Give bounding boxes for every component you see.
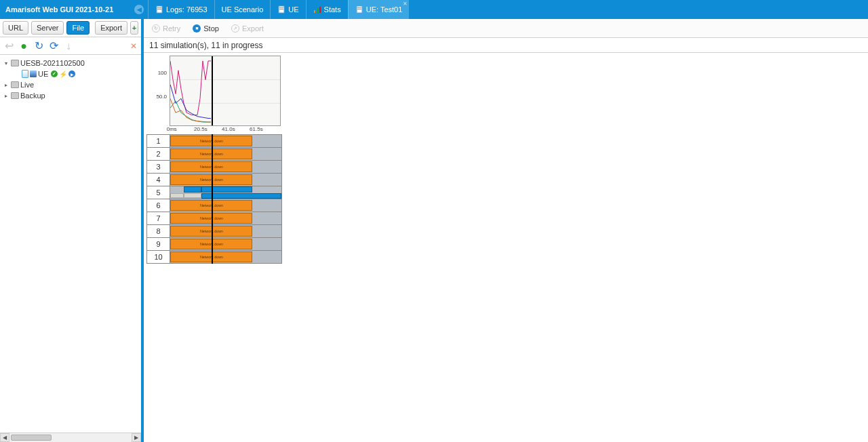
grey-segment — [184, 193, 201, 198]
stop-button[interactable]: ■ Stop — [189, 22, 223, 35]
chart-block: 100 50.0 0ms20.5s41.0s61.5s — [146, 56, 282, 134]
tab-label: Stats — [324, 5, 341, 14]
folder-icon — [11, 60, 19, 66]
tree-node-label: Live — [20, 81, 34, 89]
row-timeline[interactable]: Network down — [170, 238, 282, 251]
expand-arrow-icon[interactable]: ▸ — [3, 93, 9, 99]
row-cursor[interactable] — [212, 173, 213, 186]
table-row[interactable]: 1Network down — [147, 135, 282, 148]
left-sub-toolbar: URL Server File Export + — [0, 19, 141, 37]
row-timeline[interactable]: Network down — [170, 199, 282, 212]
export-button[interactable]: Export — [95, 21, 127, 35]
down-icon[interactable]: ↓ — [64, 41, 73, 51]
scroll-right-icon[interactable]: ▶ — [132, 433, 141, 442]
chart-x-axis: 0ms20.5s41.0s61.5s — [170, 126, 281, 134]
file-icon — [277, 5, 285, 14]
row-cursor[interactable] — [212, 224, 213, 238]
table-row[interactable]: 5 — [147, 186, 282, 199]
svg-rect-6 — [314, 10, 315, 13]
row-cursor[interactable] — [212, 134, 213, 148]
main-toolbar: ↻ Retry ■ Stop ↗ Export — [144, 19, 868, 38]
table-row[interactable]: 3Network down — [147, 161, 282, 174]
close-icon[interactable]: ✕ — [403, 1, 408, 7]
tree-root-label: UESB-2021102500 — [20, 59, 85, 67]
row-timeline[interactable]: Network down — [170, 251, 282, 264]
play-icon[interactable]: ▶ — [68, 71, 75, 77]
left-pane: URL Server File Export + ↩ ● ↻ ⟳ ↓ ✕ ▾ U… — [0, 19, 144, 442]
chart-plot[interactable] — [170, 56, 281, 126]
table-row[interactable]: 6Network down — [147, 199, 282, 212]
row-timeline[interactable]: Network down — [170, 161, 282, 174]
row-index: 10 — [147, 251, 170, 264]
scroll-thumb[interactable] — [11, 435, 52, 441]
row-timeline[interactable]: Network down — [170, 212, 282, 225]
tab-logs-76953[interactable]: Logs: 76953 — [148, 0, 214, 19]
tree-node-live[interactable]: ▸ Live — [0, 79, 141, 90]
table-row[interactable]: 7Network down — [147, 212, 282, 225]
svg-rect-7 — [317, 8, 318, 13]
row-cursor[interactable] — [212, 160, 213, 174]
row-cursor[interactable] — [212, 199, 213, 212]
row-cursor[interactable] — [212, 186, 213, 199]
table-row[interactable]: 4Network down — [147, 174, 282, 186]
url-button[interactable]: URL — [3, 21, 28, 35]
left-hscrollbar[interactable]: ◀ ▶ — [0, 433, 141, 442]
play-all-icon[interactable]: ● — [19, 41, 28, 51]
scroll-left-icon[interactable]: ◀ — [0, 433, 9, 442]
svg-rect-5 — [279, 9, 283, 9]
svg-rect-4 — [279, 7, 283, 8]
tab-label: UE Scenario — [222, 5, 264, 14]
blue-segment — [201, 186, 252, 193]
table-row[interactable]: 2Network down — [147, 148, 282, 161]
close-left-icon[interactable]: ✕ — [130, 41, 137, 51]
row-cursor[interactable] — [212, 250, 213, 264]
collapse-left-icon[interactable]: ◀ — [134, 5, 144, 14]
file-icon — [155, 5, 163, 14]
db-icon — [22, 70, 28, 78]
chart-y-axis: 100 50.0 — [146, 56, 170, 126]
tab-stats[interactable]: Stats — [306, 0, 348, 19]
app-title: Amarisoft Web GUI 2021-10-21 — [5, 5, 113, 14]
table-row[interactable]: 9Network down — [147, 238, 282, 251]
row-timeline[interactable]: Network down — [170, 148, 282, 161]
refresh-icon[interactable]: ↻ — [34, 41, 43, 51]
back-icon[interactable]: ↩ — [4, 41, 14, 51]
simulation-count-label: 11 simulation(s), 11 in progress — [149, 41, 262, 50]
row-cursor[interactable] — [212, 147, 213, 161]
stop-icon: ■ — [193, 24, 201, 33]
row-index: 8 — [147, 225, 170, 238]
row-timeline[interactable] — [170, 186, 282, 199]
blue-segment — [184, 186, 201, 193]
row-timeline[interactable]: Network down — [170, 135, 282, 148]
bolt-icon: ⚡ — [59, 71, 67, 78]
x-tick-label: 41.0s — [222, 126, 235, 132]
folder-icon — [11, 81, 19, 88]
tab-ue[interactable]: UE — [270, 0, 305, 19]
tab-label: UE — [288, 5, 298, 14]
tree-root-node[interactable]: ▾ UESB-2021102500 — [0, 58, 141, 68]
row-timeline[interactable]: Network down — [170, 225, 282, 238]
tree-node-label: Backup — [20, 92, 45, 100]
export-icon: ↗ — [231, 24, 239, 33]
tab-ue-scenario[interactable]: UE Scenario — [214, 0, 271, 19]
app-body: URL Server File Export + ↩ ● ↻ ⟳ ↓ ✕ ▾ U… — [0, 19, 868, 442]
row-timeline[interactable]: Network down — [170, 174, 282, 186]
file-tree: ▾ UESB-2021102500 UE ✓ ⚡ ▶ ▸ Live ▸ Back… — [0, 55, 141, 433]
table-row[interactable]: 8Network down — [147, 225, 282, 238]
time-cursor[interactable] — [212, 56, 213, 125]
x-tick-label: 0ms — [167, 126, 177, 132]
tree-node-backup[interactable]: ▸ Backup — [0, 90, 141, 101]
row-cursor[interactable] — [212, 237, 213, 251]
server-button[interactable]: Server — [31, 21, 64, 35]
row-cursor[interactable] — [212, 212, 213, 225]
table-row[interactable]: 10Network down — [147, 251, 282, 264]
tree-node-ue[interactable]: UE ✓ ⚡ ▶ — [0, 68, 141, 79]
sync-icon[interactable]: ⟳ — [49, 41, 58, 51]
expand-arrow-icon[interactable]: ▾ — [3, 60, 9, 66]
file-button[interactable]: File — [66, 21, 90, 35]
add-button[interactable]: + — [130, 21, 138, 35]
row-index: 7 — [147, 212, 170, 225]
tab-ue-test01[interactable]: UE: Test01✕ — [348, 0, 410, 19]
x-tick-label: 20.5s — [194, 126, 208, 132]
expand-arrow-icon[interactable]: ▸ — [3, 82, 9, 88]
